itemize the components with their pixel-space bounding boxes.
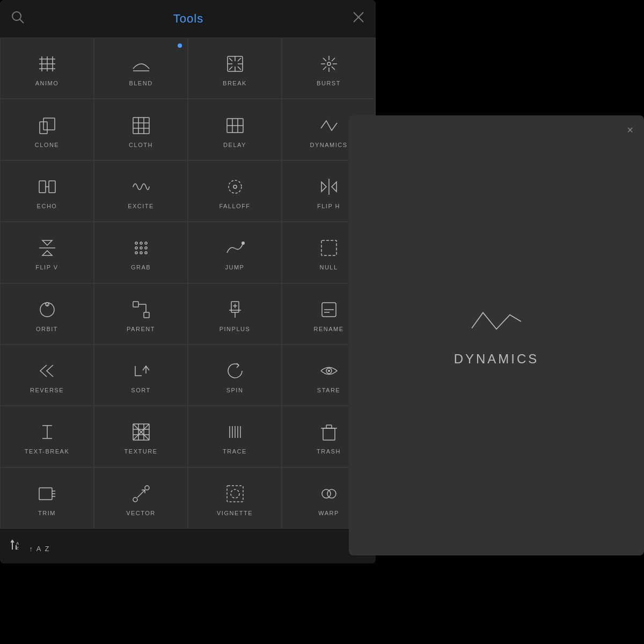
tool-jump[interactable]: JUMP <box>188 222 282 283</box>
jump-icon <box>223 236 247 260</box>
svg-line-28 <box>323 67 326 70</box>
delay-label: DELAY <box>223 142 246 148</box>
tools-header: Tools <box>0 0 376 38</box>
svg-rect-106 <box>227 486 243 502</box>
pinplus-label: PINPLUS <box>219 326 251 332</box>
svg-point-56 <box>145 247 147 249</box>
break-icon <box>223 52 247 76</box>
texture-label: TEXTURE <box>125 448 158 455</box>
svg-text:A: A <box>16 541 20 546</box>
tool-vector[interactable]: VECTOR <box>94 467 188 529</box>
tool-flipv[interactable]: FLIP V <box>0 222 94 283</box>
tools-title: Tools <box>173 12 203 26</box>
trash-icon <box>317 420 341 444</box>
svg-marker-49 <box>42 240 52 245</box>
break-label: BREAK <box>223 80 247 86</box>
rename-label: RENAME <box>313 326 343 332</box>
tool-break[interactable]: BREAK <box>188 38 282 99</box>
detail-title: DYNAMICS <box>454 352 539 367</box>
tool-animo[interactable]: ANIMO <box>0 38 94 99</box>
svg-point-57 <box>135 252 137 254</box>
clone-icon <box>35 114 59 137</box>
tool-vignette[interactable]: VIGNETTE <box>188 467 282 529</box>
tool-burst[interactable]: BURST <box>282 38 376 99</box>
svg-point-54 <box>135 247 137 249</box>
svg-point-58 <box>140 252 142 254</box>
tool-excite[interactable]: EXCITE <box>94 160 188 222</box>
tool-spin[interactable]: SPIN <box>188 345 282 406</box>
close-icon[interactable] <box>352 11 365 27</box>
svg-rect-65 <box>133 302 138 307</box>
stare-icon <box>317 359 341 383</box>
tool-parent[interactable]: PARENT <box>94 283 188 345</box>
svg-line-19 <box>229 67 232 70</box>
cloth-label: CLOTH <box>129 142 153 148</box>
svg-point-107 <box>231 489 239 498</box>
tools-footer: A Z ↑ A Z <box>0 529 376 564</box>
tool-trim[interactable]: TRIM <box>0 467 94 529</box>
parent-label: PARENT <box>127 326 155 332</box>
blend-icon <box>129 52 153 76</box>
dynamics-icon <box>317 114 341 137</box>
svg-rect-66 <box>144 312 149 318</box>
tool-sort[interactable]: SORT <box>94 345 188 406</box>
flipv-label: FLIP V <box>35 264 58 270</box>
tool-pinplus[interactable]: PINPLUS <box>188 283 282 345</box>
tool-grab[interactable]: GRAB <box>94 222 188 283</box>
fliph-icon <box>317 175 341 199</box>
tool-echo[interactable]: ECHO <box>0 160 94 222</box>
svg-line-18 <box>238 58 241 61</box>
svg-point-55 <box>140 247 142 249</box>
tool-trace[interactable]: TRACE <box>188 406 282 467</box>
grab-label: GRAB <box>131 264 151 270</box>
svg-point-43 <box>229 180 241 193</box>
echo-icon <box>35 175 59 199</box>
sort-icon <box>129 359 153 383</box>
textbreak-icon <box>35 420 59 444</box>
falloff-icon <box>223 175 247 199</box>
tool-cloth[interactable]: CLOTH <box>94 99 188 160</box>
orbit-icon <box>35 298 59 321</box>
svg-point-102 <box>145 486 149 490</box>
svg-point-20 <box>327 62 331 65</box>
search-icon[interactable] <box>11 10 25 27</box>
dynamics-detail-icon <box>470 304 523 339</box>
detail-close-button[interactable]: × <box>627 124 633 136</box>
svg-rect-96 <box>326 425 332 428</box>
svg-point-53 <box>145 242 147 244</box>
trace-icon <box>223 420 247 444</box>
tool-blend[interactable]: BLEND <box>94 38 188 99</box>
svg-point-51 <box>135 242 137 244</box>
tool-reverse[interactable]: REVERSE <box>0 345 94 406</box>
sort-az-button[interactable]: A Z ↑ A Z <box>11 539 50 553</box>
burst-icon <box>317 52 341 76</box>
svg-point-101 <box>133 497 137 502</box>
vector-icon <box>129 482 153 506</box>
tool-orbit[interactable]: ORBIT <box>0 283 94 345</box>
tools-panel: Tools ANIMO BLEND <box>0 0 376 564</box>
tools-grid: ANIMO BLEND BREAK BURST <box>0 38 376 529</box>
svg-marker-46 <box>321 182 326 192</box>
reverse-label: REVERSE <box>30 387 64 393</box>
tool-falloff[interactable]: FALLOFF <box>188 160 282 222</box>
svg-text:Z: Z <box>16 546 20 551</box>
excite-label: EXCITE <box>128 203 154 209</box>
tool-delay[interactable]: DELAY <box>188 99 282 160</box>
dynamics-label: DYNAMICS <box>310 142 347 148</box>
detail-panel: × DYNAMICS <box>349 115 644 555</box>
svg-rect-94 <box>323 428 335 440</box>
svg-rect-40 <box>39 181 46 193</box>
tool-textbreak[interactable]: TEXT-BREAK <box>0 406 94 467</box>
svg-marker-47 <box>332 182 336 192</box>
tool-clone[interactable]: CLONE <box>0 99 94 160</box>
vignette-label: VIGNETTE <box>217 510 253 516</box>
fliph-label: FLIP H <box>317 203 340 209</box>
svg-rect-31 <box>133 118 149 134</box>
trim-label: TRIM <box>38 510 56 516</box>
svg-point-108 <box>322 489 331 498</box>
textbreak-label: TEXT-BREAK <box>25 448 69 455</box>
null-icon <box>317 236 341 260</box>
animo-icon <box>35 52 59 76</box>
svg-line-16 <box>229 58 232 61</box>
tool-texture[interactable]: TEXTURE <box>94 406 188 467</box>
